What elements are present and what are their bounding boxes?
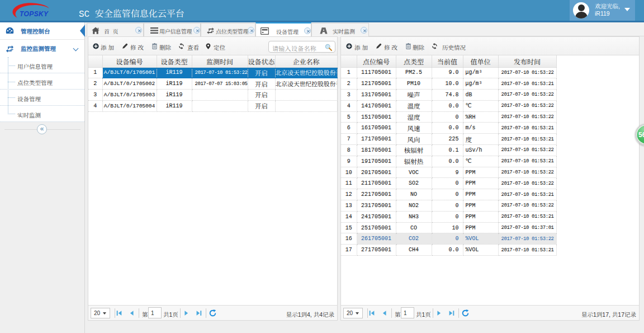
svg-text:TOPSKY: TOPSKY: [20, 10, 49, 18]
